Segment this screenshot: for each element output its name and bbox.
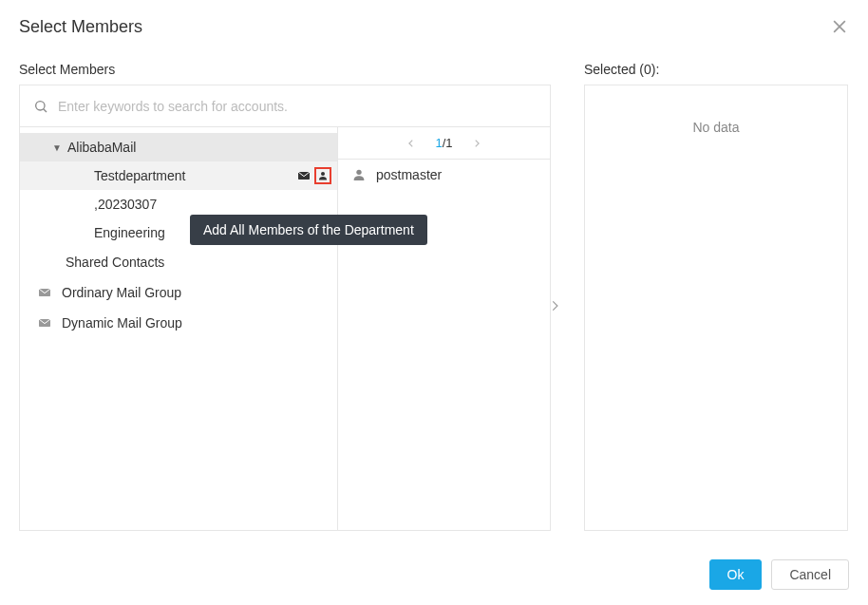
member-name: postmaster — [376, 167, 442, 182]
selected-panel: No data — [584, 85, 848, 531]
page-indicator: 1/1 — [435, 136, 452, 150]
tree-item-label: Testdepartment — [94, 168, 295, 183]
person-icon — [351, 167, 367, 182]
envelope-icon[interactable] — [295, 167, 312, 184]
page-prev-icon[interactable] — [406, 136, 416, 151]
tree-root[interactable]: ▼ AlibabaMail — [20, 133, 337, 161]
source-panel: ▼ AlibabaMail Testdepartment — [19, 85, 551, 531]
dialog-title: Select Members — [19, 17, 142, 37]
tree-item-label: Engineering — [94, 225, 331, 240]
cancel-button[interactable]: Cancel — [771, 559, 849, 590]
tree-item-testdepartment[interactable]: Testdepartment — [20, 161, 337, 190]
caret-down-icon: ▼ — [50, 142, 64, 153]
tree-item-label: Shared Contacts — [66, 255, 164, 270]
org-tree: ▼ AlibabaMail Testdepartment — [20, 127, 338, 530]
search-icon — [33, 99, 48, 114]
pagination: 1/1 — [338, 127, 550, 160]
search-input[interactable] — [58, 99, 537, 114]
tree-item-20230307[interactable]: ,20230307 — [20, 190, 337, 218]
svg-point-2 — [36, 101, 45, 109]
svg-point-8 — [356, 170, 361, 175]
tree-item-label: ,20230307 — [94, 197, 331, 212]
members-column: 1/1 postmaster — [338, 127, 550, 530]
tree-item-label: Ordinary Mail Group — [62, 285, 181, 300]
envelope-icon — [37, 315, 52, 331]
page-next-icon[interactable] — [472, 136, 481, 151]
svg-point-5 — [321, 172, 325, 176]
tree-dynamic-mail-group[interactable]: Dynamic Mail Group — [20, 308, 337, 338]
ok-button[interactable]: Ok — [709, 559, 763, 590]
tree-item-engineering[interactable]: Engineering — [20, 218, 337, 247]
svg-line-3 — [44, 108, 47, 111]
add-all-members-icon[interactable] — [314, 167, 331, 184]
envelope-icon — [37, 285, 52, 300]
tree-shared-contacts[interactable]: Shared Contacts — [20, 247, 337, 277]
left-section-label: Select Members — [19, 62, 551, 77]
tree-root-label: AlibabaMail — [67, 140, 331, 155]
search-row — [20, 85, 550, 127]
member-row[interactable]: postmaster — [338, 160, 550, 190]
tree-ordinary-mail-group[interactable]: Ordinary Mail Group — [20, 277, 337, 308]
tree-item-label: Dynamic Mail Group — [62, 315, 182, 331]
close-icon[interactable] — [830, 17, 849, 36]
right-section-label: Selected (0): — [584, 62, 659, 77]
empty-state: No data — [692, 120, 739, 135]
transfer-right-icon[interactable] — [548, 299, 561, 315]
